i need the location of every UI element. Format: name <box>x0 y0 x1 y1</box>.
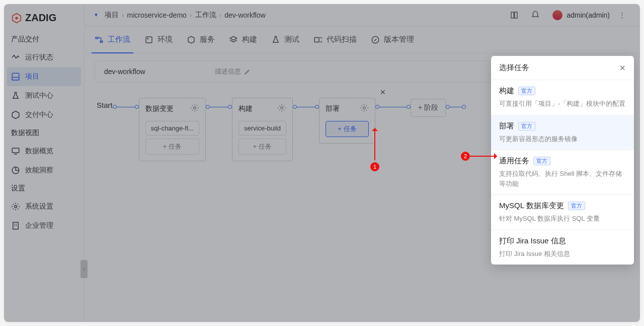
breadcrumb-part[interactable]: microservice-demo <box>127 11 187 19</box>
tab-env[interactable]: 环境 <box>144 26 173 53</box>
edit-icon <box>244 68 251 75</box>
tab-label: 服务 <box>200 35 215 44</box>
tab-flow[interactable]: 工作流 <box>95 26 130 53</box>
task-desc: 针对 MySQL 数据库执行 SQL 变量 <box>499 214 626 224</box>
sidebar-item-cog[interactable]: 系统设置 <box>4 197 84 216</box>
task-desc: 可更新容器形态的服务镜像 <box>499 134 626 144</box>
close-icon[interactable]: ✕ <box>619 63 626 73</box>
flow-icon <box>95 35 104 44</box>
job-item[interactable]: sql-change-fl... <box>145 121 199 136</box>
tab-label: 环境 <box>157 35 173 44</box>
sidebar-item-box[interactable]: 交付中心 <box>4 105 84 124</box>
stage-title: 数据变更 <box>145 104 174 113</box>
svg-rect-12 <box>314 37 319 42</box>
task-option[interactable]: MySQL 数据库变更官方针对 MySQL 数据库执行 SQL 变量 <box>491 194 634 230</box>
add-stage-button[interactable]: + 阶段 <box>411 99 446 117</box>
svg-point-6 <box>15 206 17 208</box>
bell-icon[interactable] <box>530 10 540 20</box>
job-item[interactable]: service-build <box>238 121 286 136</box>
caret-down-icon[interactable]: ▼ <box>94 12 99 18</box>
sidebar-item-flask[interactable]: 测试中心 <box>4 86 84 105</box>
svg-rect-10 <box>146 37 152 43</box>
user-menu[interactable]: admin(admin) <box>552 10 610 20</box>
tab-svc[interactable]: 服务 <box>187 26 215 53</box>
breadcrumb-part[interactable]: 项目 <box>105 11 119 20</box>
nav-section-title: 数据视图 <box>4 124 84 142</box>
logo: ZADIG <box>4 8 84 31</box>
sidebar-item-pie[interactable]: 效能洞察 <box>4 161 84 180</box>
tab-label: 工作流 <box>108 35 130 44</box>
monitor-icon <box>11 147 20 156</box>
more-vert-icon[interactable]: ⋮ <box>617 10 627 20</box>
sidebar-item-label: 数据概览 <box>25 147 53 156</box>
task-option[interactable]: 打印 Jira Issue 信息打印 Jira Issue 相关信息 <box>491 230 634 265</box>
panel-title: 选择任务 <box>499 63 529 73</box>
tab-scan[interactable]: 代码扫描 <box>313 26 357 53</box>
task-desc: 可直接引用「项目」-「构建」模块中的配置 <box>499 99 626 109</box>
env-icon <box>144 35 153 44</box>
svg-rect-8 <box>96 37 98 38</box>
svg-rect-7 <box>13 222 19 229</box>
sidebar-item-grid[interactable]: 项目 <box>7 67 81 86</box>
stage-title: 构建 <box>238 104 253 113</box>
task-name: 打印 Jira Issue 信息 <box>499 236 566 246</box>
sidebar-item-label: 企业管理 <box>25 221 53 230</box>
task-option[interactable]: 部署官方可更新容器形态的服务镜像 <box>491 115 634 150</box>
tab-ver[interactable]: 版本管理 <box>371 26 414 53</box>
building-icon <box>11 221 20 230</box>
gear-icon[interactable] <box>190 103 199 114</box>
sidebar-item-label: 效能洞察 <box>25 166 53 175</box>
workflow-desc[interactable]: 描述信息 <box>215 67 251 76</box>
sidebar: ZADIG 产品交付运行状态项目测试中心交付中心数据视图数据概览效能洞察设置系统… <box>4 4 85 322</box>
gear-icon[interactable] <box>277 103 286 114</box>
avatar-icon <box>552 10 562 20</box>
add-task-button[interactable]: + 任务 <box>145 139 199 155</box>
tab-test[interactable]: 测试 <box>271 26 299 53</box>
task-desc: 打印 Jira Issue 相关信息 <box>499 249 626 259</box>
svg-rect-2 <box>12 73 19 80</box>
tab-label: 构建 <box>242 35 257 44</box>
logo-icon <box>11 13 22 24</box>
user-name: admin(admin) <box>567 11 610 19</box>
task-option[interactable]: 通用任务官方支持拉取代码、执行 Shell 脚本、文件存储等功能 <box>491 150 634 194</box>
test-icon <box>271 35 280 44</box>
breadcrumb-part[interactable]: 工作流 <box>195 11 216 20</box>
official-tag: 官方 <box>533 157 550 165</box>
stage-数据变更: 数据变更sql-change-fl...+ 任务 <box>139 98 206 161</box>
task-name: 构建 <box>499 86 514 96</box>
activity-icon <box>11 53 20 62</box>
scan-icon <box>313 35 323 44</box>
task-name: MySQL 数据库变更 <box>499 201 564 211</box>
stage-部署: ✕部署+ 任务 <box>319 98 375 144</box>
task-select-panel: 选择任务 ✕ 构建官方可直接引用「项目」-「构建」模块中的配置部署官方可更新容器… <box>491 56 634 265</box>
tab-label: 测试 <box>284 35 299 44</box>
close-icon[interactable]: ✕ <box>380 88 386 96</box>
book-icon[interactable] <box>509 10 519 20</box>
tab-label: 代码扫描 <box>327 35 357 44</box>
sidebar-item-label: 运行状态 <box>25 53 53 62</box>
task-desc: 支持拉取代码、执行 Shell 脚本、文件存储等功能 <box>499 169 626 188</box>
sidebar-item-label: 项目 <box>25 72 39 81</box>
sidebar-item-monitor[interactable]: 数据概览 <box>4 142 84 161</box>
topbar: ▼ 项目›microservice-demo›工作流›dev-workflow … <box>85 4 640 26</box>
svg-rect-3 <box>12 78 19 80</box>
svg-point-1 <box>15 17 18 20</box>
add-task-button[interactable]: + 任务 <box>326 121 369 137</box>
sidebar-item-building[interactable]: 企业管理 <box>4 216 84 235</box>
add-task-button[interactable]: + 任务 <box>238 139 286 155</box>
gear-icon[interactable] <box>360 103 369 114</box>
breadcrumb-part[interactable]: dev-workflow <box>224 11 266 19</box>
tab-build[interactable]: 构建 <box>229 26 257 53</box>
sidebar-item-label: 交付中心 <box>25 110 53 119</box>
sidebar-item-label: 测试中心 <box>25 91 53 100</box>
task-option[interactable]: 构建官方可直接引用「项目」-「构建」模块中的配置 <box>491 80 634 115</box>
stage-构建: 构建service-build+ 任务 <box>232 98 293 161</box>
sidebar-item-activity[interactable]: 运行状态 <box>4 48 84 67</box>
flask-icon <box>11 91 20 100</box>
svg-point-11 <box>147 38 148 39</box>
sidebar-collapse[interactable]: ‹ <box>80 260 88 278</box>
grid-icon <box>11 72 20 81</box>
official-tag: 官方 <box>568 202 585 210</box>
nav-section-title: 产品交付 <box>4 31 84 48</box>
official-tag: 官方 <box>518 122 535 131</box>
